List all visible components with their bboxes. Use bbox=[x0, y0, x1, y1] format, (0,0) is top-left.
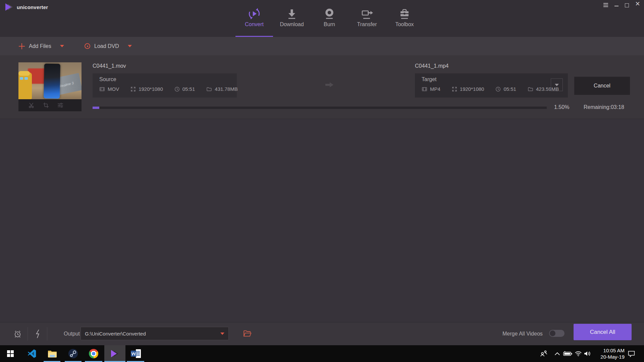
transfer-icon bbox=[361, 7, 373, 21]
app-logo: uniconverter bbox=[5, 3, 48, 11]
tray-people-icon[interactable] bbox=[538, 345, 550, 362]
load-dvd-label: Load DVD bbox=[94, 43, 119, 49]
convert-icon bbox=[248, 7, 261, 21]
play-logo-icon bbox=[5, 3, 13, 11]
folder-icon bbox=[528, 86, 533, 92]
thumbnail-image: Realme 3 bbox=[18, 62, 82, 99]
effects-icon[interactable] bbox=[57, 102, 64, 109]
source-panel-label: Source bbox=[99, 76, 116, 82]
tab-convert[interactable]: Convert bbox=[235, 0, 273, 37]
crop-icon[interactable] bbox=[43, 102, 49, 109]
source-size: 431.78MB bbox=[206, 86, 237, 92]
target-format: MP4 bbox=[422, 86, 440, 92]
toolbar: Add Files Load DVD Converting Converted … bbox=[0, 37, 644, 55]
output-caret-icon[interactable] bbox=[220, 333, 224, 335]
tab-burn[interactable]: Burn bbox=[311, 0, 348, 37]
resolution-icon bbox=[452, 86, 457, 92]
uniconverter-window: uniconverter Convert Download bbox=[0, 0, 644, 362]
folder-icon bbox=[206, 86, 212, 92]
burn-icon bbox=[323, 7, 335, 21]
tab-convert-label: Convert bbox=[245, 21, 264, 27]
target-filename: C0441_1.mp4 bbox=[415, 63, 449, 69]
main-nav: Convert Download Burn bbox=[235, 0, 423, 37]
target-settings-dropdown[interactable] bbox=[551, 78, 563, 91]
restore-button[interactable] bbox=[625, 2, 630, 7]
minimize-button[interactable] bbox=[614, 2, 619, 7]
clock-icon bbox=[495, 86, 501, 92]
thumbnail-phone bbox=[44, 64, 60, 99]
source-resolution: 644*362 bbox=[130, 86, 163, 92]
app-title: uniconverter bbox=[17, 4, 48, 10]
add-files-button[interactable]: Add Files bbox=[19, 37, 64, 55]
clock-time: 10:05 AM bbox=[603, 347, 625, 354]
chrome-icon bbox=[89, 349, 98, 358]
output-path-value: G:\UniConverter\Converted bbox=[85, 331, 146, 337]
caret-down-icon bbox=[555, 84, 559, 86]
dvd-icon bbox=[85, 43, 90, 49]
trim-icon[interactable] bbox=[28, 102, 35, 109]
plus-icon bbox=[19, 43, 25, 49]
load-dvd-caret-icon[interactable] bbox=[128, 45, 132, 47]
clock-icon bbox=[174, 86, 180, 92]
schedule-icon[interactable] bbox=[13, 330, 22, 338]
taskbar-vscode[interactable] bbox=[22, 345, 42, 362]
download-icon bbox=[286, 7, 298, 21]
conversion-task-row: Realme 3 bbox=[0, 55, 644, 119]
start-button[interactable] bbox=[0, 345, 21, 362]
vscode-icon bbox=[27, 349, 37, 358]
steam-icon bbox=[68, 349, 78, 359]
tray-chevron-up-icon[interactable] bbox=[552, 345, 562, 362]
tab-burn-label: Burn bbox=[324, 21, 335, 27]
progress-bar bbox=[93, 107, 547, 109]
uniconverter-icon bbox=[110, 349, 120, 358]
cancel-all-button[interactable]: Cancel All bbox=[574, 324, 632, 340]
window-controls bbox=[603, 2, 641, 7]
source-panel: Source MOV 644*362 bbox=[93, 73, 237, 98]
merge-all-videos-label: Merge All Videos bbox=[502, 331, 543, 337]
load-dvd-button[interactable]: Load DVD bbox=[85, 37, 132, 55]
tab-download-label: Download bbox=[280, 21, 304, 27]
output-label: Output bbox=[64, 331, 80, 337]
windows-taskbar: 10:05 AM 20-May-19 bbox=[0, 345, 644, 362]
footer-bar: Output G:\UniConverter\Converted Merge A… bbox=[0, 322, 644, 345]
progress-fill bbox=[93, 107, 99, 109]
thumbnail-toy-figure bbox=[18, 72, 32, 99]
add-files-label: Add Files bbox=[29, 43, 51, 49]
edit-toolbar bbox=[18, 99, 82, 111]
open-folder-icon[interactable] bbox=[243, 329, 252, 338]
target-panel: Target MP4 644*362 bbox=[415, 73, 568, 98]
tray-clock[interactable]: 10:05 AM 20-May-19 bbox=[591, 345, 625, 362]
tab-toolbox-label: Toolbox bbox=[395, 21, 414, 27]
menu-icon[interactable] bbox=[603, 2, 608, 7]
tab-transfer[interactable]: Transfer bbox=[348, 0, 386, 37]
clock-date: 20-May-19 bbox=[600, 354, 625, 360]
close-button[interactable] bbox=[635, 2, 641, 7]
film-icon bbox=[422, 86, 427, 92]
taskbar-uniconverter[interactable] bbox=[104, 345, 125, 362]
tab-download[interactable]: Download bbox=[273, 0, 311, 37]
progress-percent: 1.50% bbox=[554, 104, 569, 110]
target-resolution: 644*362 bbox=[452, 86, 484, 92]
merge-toggle[interactable] bbox=[549, 330, 565, 337]
toggle-knob bbox=[550, 330, 555, 336]
output-path-input[interactable]: G:\UniConverter\Converted bbox=[80, 327, 229, 340]
taskbar-word[interactable] bbox=[126, 345, 145, 362]
taskbar-chrome[interactable] bbox=[84, 345, 103, 362]
film-icon bbox=[99, 86, 105, 92]
resolution-icon bbox=[130, 86, 136, 92]
file-explorer-icon bbox=[47, 349, 57, 358]
toolbox-icon bbox=[398, 7, 411, 21]
source-format: MOV bbox=[99, 86, 119, 92]
cancel-task-button[interactable]: Cancel bbox=[574, 77, 630, 95]
tray-battery-icon[interactable] bbox=[562, 345, 574, 362]
add-files-caret-icon[interactable] bbox=[60, 45, 64, 47]
high-speed-icon[interactable] bbox=[34, 329, 42, 339]
video-thumbnail[interactable]: Realme 3 bbox=[18, 62, 82, 111]
title-bar: uniconverter Convert Download bbox=[0, 0, 644, 37]
taskbar-file-explorer[interactable] bbox=[43, 345, 62, 362]
tab-toolbox[interactable]: Toolbox bbox=[386, 0, 423, 37]
action-center-icon[interactable] bbox=[625, 345, 638, 362]
source-duration: 05:51 bbox=[174, 86, 195, 92]
taskbar-steam[interactable] bbox=[64, 345, 83, 362]
target-duration: 05:51 bbox=[495, 86, 516, 92]
